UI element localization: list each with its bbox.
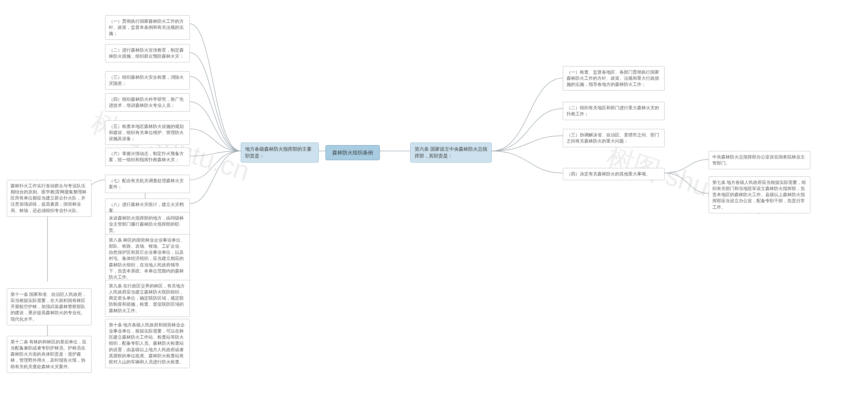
left-attachA-3: 第十条 地方各级人民政府和国营林业企业事业单位，根据实际需要，可以在林区建立森林… — [105, 319, 190, 368]
left-item-3-text: （三）组织森林防火安全检查，消除火灾隐患； — [109, 75, 184, 86]
left-attachB-0-text: 森林扑火工作实行发动群众与专业队伍相结合的原则。医学教|育网搜集整理林区所有单位… — [11, 184, 86, 213]
left-branch-label: 地方各级森林防火指挥部的主要职责是： — [245, 146, 312, 158]
right-item-2-text: （二）组织有关地区和部门进行重大森林火灾的扑救工作； — [567, 106, 659, 116]
left-attachB-0: 森林扑火工作实行发动群众与专业队伍相结合的原则。医学教|育网搜集整理林区所有单位… — [7, 180, 92, 217]
right-attach-2: 第七条 地方各级人民政府应当根据实际需要，组织有关部门和当地驻军设立森林防火指挥… — [709, 176, 810, 213]
left-attachA-2-text: 第九条 在行政区交界的林区，有关地方人民政府应当建立森林防火联防组织，商定牵头单… — [109, 284, 185, 313]
right-attach-1-text: 中央森林防火总指挥部办公室设在国务院林业主管部门。 — [712, 155, 805, 166]
left-item-5: （五）检查本地区森林防火设施的规划和建设，组织有关单位维护、管理防火设施及设备； — [105, 120, 190, 145]
left-attachA-3-text: 第十条 地方各级人民政府和国营林业企业事业单位，根据实际需要，可以在林区建立森林… — [109, 323, 185, 364]
right-item-3-text: （三）协调解决省、自治区、直辖市之间、部门之间有关森林防火的重大问题； — [567, 133, 659, 144]
right-item-2: （二）组织有关地区和部门进行重大森林火灾的扑救工作； — [563, 102, 665, 120]
left-item-3: （三）组织森林防火安全检查，消除火灾隐患； — [105, 71, 190, 90]
left-item-4: （四）组织森林防火科学研究，推广先进技术，培训森林防火专业人员； — [105, 93, 190, 112]
right-attach-1: 中央森林防火总指挥部办公室设在国务院林业主管部门。 — [709, 151, 810, 169]
left-item-6-text: （六）掌握火情动态，制定扑火预备方案，统一组织和指挥扑救森林火灾； — [109, 151, 184, 162]
right-attach-2-text: 第七条 地方各级人民政府应当根据实际需要，组织有关部门和当地驻军设立森林防火指挥… — [712, 180, 806, 210]
left-attachB-1-text: 第十一条 国家和省、自治区人民政府，应当根据实际需要，在大面积国有林区开展航空护… — [11, 292, 86, 322]
left-item-4-text: （四）组织森林防火科学研究，推广先进技术，培训森林防火专业人员； — [109, 97, 184, 108]
left-item-7-text: （七）配合有关机关调查处理森林火灾案件； — [109, 178, 184, 189]
left-attachA-0-text: 未设森林防火指挥部的地方，由同级林业主管部门履行森林防火指挥部的职责。 — [109, 216, 184, 233]
left-item-7: （七）配合有关机关调查处理森林火灾案件； — [105, 175, 190, 193]
left-item-2-text: （二）进行森林防火宣传教育，制定森林防火措施，组织群众预防森林火灾； — [109, 48, 184, 59]
right-item-4: （四）决定有关森林防火的其他重大事项。 — [563, 168, 665, 180]
right-item-1: （一）检查、监督各地区、各部门贯彻执行国家森林防火工作的方针、政策、法规和重大行… — [563, 66, 665, 91]
left-attachA-2: 第九条 在行政区交界的林区，有关地方人民政府应当建立森林防火联防组织，商定牵头单… — [105, 280, 190, 317]
left-attachA-1-text: 第八条 林区的国营林业企业事业单位、部队、铁路、农场、牧场、工矿企业、自然保护区… — [109, 238, 185, 280]
center-node: 森林防火组织条例 — [326, 145, 380, 160]
right-item-4-text: （四）决定有关森林防火的其他重大事项。 — [567, 172, 650, 176]
left-attachA-1: 第八条 林区的国营林业企业事业单位、部队、铁路、农场、牧场、工矿企业、自然保护区… — [105, 234, 190, 283]
left-item-2: （二）进行森林防火宣传教育，制定森林防火措施，组织群众预防森林火灾； — [105, 44, 190, 62]
left-item-8-text: （八）进行森林火灾统计，建立火灾档案。 — [109, 202, 184, 213]
right-branch-label: 第六条 国家设立中央森林防火总指挥部，其职责是： — [415, 146, 487, 158]
left-branch: 地方各级森林防火指挥部的主要职责是： — [241, 142, 319, 163]
left-item-5-text: （五）检查本地区森林防火设施的规划和建设，组织有关单位维护、管理防火设施及设备； — [109, 124, 184, 141]
left-item-1: （一）贯彻执行国家森林防火工作的方针、政策，监督本条例和有关法规的实施； — [105, 15, 190, 40]
left-item-1-text: （一）贯彻执行国家森林防火工作的方针、政策，监督本条例和有关法规的实施； — [109, 19, 184, 36]
left-attachB-2-text: 第十二条 有林的和林区的基层单位，应当配备兼职或者专职护林员。护林员在森林防火方… — [11, 340, 86, 369]
left-attachB-1: 第十一条 国家和省、自治区人民政府，应当根据实际需要，在大面积国有林区开展航空护… — [7, 288, 92, 325]
right-branch: 第六条 国家设立中央森林防火总指挥部，其职责是： — [410, 142, 492, 163]
left-item-6: （六）掌握火情动态，制定扑火预备方案，统一组织和指挥扑救森林火灾； — [105, 148, 190, 166]
right-item-3: （三）协调解决省、自治区、直辖市之间、部门之间有关森林防火的重大问题； — [563, 129, 665, 147]
center-label: 森林防火组织条例 — [332, 150, 373, 155]
right-item-1-text: （一）检查、监督各地区、各部门贯彻执行国家森林防火工作的方针、政策、法规和重大行… — [567, 70, 659, 87]
left-attachA-0: 未设森林防火指挥部的地方，由同级林业主管部门履行森林防火指挥部的职责。 — [105, 212, 190, 236]
left-attachB-2: 第十二条 有林的和林区的基层单位，应当配备兼职或者专职护林员。护林员在森林防火方… — [7, 336, 92, 373]
